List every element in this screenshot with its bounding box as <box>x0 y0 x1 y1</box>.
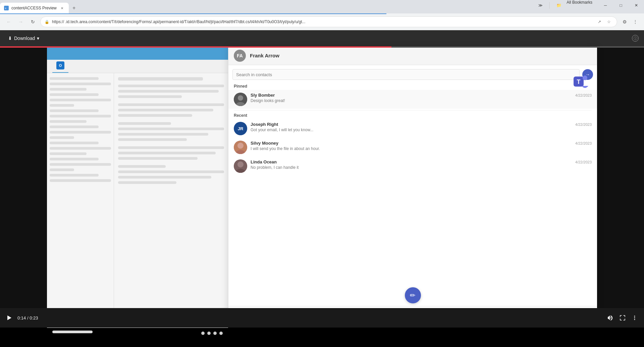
back-button[interactable]: ← <box>4 17 13 27</box>
contact-name: Sly Bomber <box>251 93 275 98</box>
url-bar[interactable]: 🔒 https:// .id.tech.area.com/content/T/t… <box>40 16 617 27</box>
contact-item-silvy-mooney[interactable]: Silvy Mooney 4/22/2023 I will send you t… <box>228 138 597 157</box>
outlook-email-list <box>47 73 114 328</box>
contact-info-silvy-mooney: Silvy Mooney 4/22/2023 I will send you t… <box>251 141 592 151</box>
contact-info-linda-ocean: Linda Ocean 4/22/2023 No problem, I can … <box>251 159 592 170</box>
svg-point-19 <box>583 76 587 80</box>
close-button[interactable]: ✕ <box>629 0 644 11</box>
teams-chat-panel: FA Frank Arrow → Pinned <box>228 46 597 328</box>
contact-date: 4/22/2023 <box>575 122 592 127</box>
url-text: https:// .id.tech.area.com/content/T/t/d… <box>52 19 593 24</box>
svg-text:c: c <box>5 7 6 9</box>
forward-button[interactable]: → <box>16 17 25 27</box>
section-divider <box>234 110 592 110</box>
contact-avatar-joseph-right: JR <box>234 122 247 135</box>
outlook-footer <box>47 328 228 339</box>
contact-name-row: Joseph Right 4/22/2023 <box>251 122 592 127</box>
contact-name-row: Linda Ocean 4/22/2023 <box>251 159 592 164</box>
skeleton-line <box>50 126 99 128</box>
tab-title: contentACCESS Preview <box>11 6 57 10</box>
minimize-button[interactable]: ─ <box>598 0 613 11</box>
contact-last-message: No problem, I can handle it <box>251 165 592 170</box>
skeleton-line <box>50 136 74 139</box>
skeleton-line <box>50 163 111 166</box>
download-button[interactable]: ⬇ Download ▾ <box>5 34 42 42</box>
video-area: O <box>0 46 644 328</box>
contact-date: 4/22/2023 <box>575 141 592 145</box>
download-label: Download <box>14 36 35 41</box>
skeleton-line <box>50 168 74 171</box>
contact-name: Linda Ocean <box>251 159 277 164</box>
teams-panel-header: FA Frank Arrow <box>228 46 597 65</box>
skeleton-line <box>50 88 87 91</box>
video-content: O <box>0 46 644 328</box>
svg-text:T: T <box>577 79 581 85</box>
outlook-panel: O <box>47 46 228 328</box>
outlook-tab-mail[interactable]: O <box>52 59 68 73</box>
skeleton-line <box>50 115 111 117</box>
footer-dot <box>219 332 223 335</box>
skeleton-line <box>50 179 111 182</box>
skeleton-line <box>50 120 87 123</box>
tab-bar: c contentACCESS Preview ✕ + ≫ 📁 All Book… <box>0 0 644 13</box>
fullscreen-button[interactable] <box>619 314 627 322</box>
tab-loading-bar <box>0 13 386 14</box>
contact-date: 4/22/2023 <box>575 93 592 97</box>
contact-info-sly-bomber: Sly Bomber 4/22/2023 Design looks great! <box>251 93 592 103</box>
browser-nav-right: ⚙ ⋮ <box>620 17 640 27</box>
tab-strip-overflow-button[interactable]: ≫ <box>533 0 548 11</box>
contact-name-row: Silvy Mooney 4/22/2023 <box>251 141 592 146</box>
share-button[interactable]: ↗ <box>595 18 603 26</box>
extensions-button[interactable]: ⚙ <box>620 17 629 27</box>
compose-button[interactable]: ✏ <box>405 287 421 303</box>
reload-button[interactable]: ↻ <box>28 17 38 27</box>
contact-search-input[interactable] <box>232 69 580 80</box>
current-user-avatar: FA <box>234 50 246 62</box>
contact-item-joseph-right[interactable]: JR Joseph Right 4/22/2023 Got your email… <box>228 119 597 138</box>
browser-chrome: c contentACCESS Preview ✕ + ≫ 📁 All Book… <box>0 0 644 30</box>
contact-avatar-linda-ocean <box>234 159 247 173</box>
download-icon: ⬇ <box>8 36 12 41</box>
volume-button[interactable] <box>606 314 614 322</box>
outlook-header <box>47 46 228 60</box>
contact-avatar-sly-bomber <box>234 93 247 106</box>
new-tab-button[interactable]: + <box>69 3 79 13</box>
skeleton-line <box>50 93 99 96</box>
svg-point-22 <box>634 317 635 318</box>
video-more-button[interactable] <box>631 314 639 322</box>
skeleton-line <box>50 158 99 160</box>
info-button[interactable]: ⓘ <box>632 35 639 42</box>
download-dropdown-icon: ▾ <box>37 36 39 41</box>
play-button[interactable] <box>5 314 13 322</box>
contact-last-message: Design looks great! <box>251 98 592 103</box>
url-actions: ↗ ☆ <box>595 18 613 26</box>
contact-item-sly-bomber[interactable]: Sly Bomber 4/22/2023 Design looks great! <box>228 90 597 109</box>
footer-dot <box>213 332 217 335</box>
footer-dot <box>201 332 205 335</box>
contact-last-message: Got your email, I will let you know... <box>251 128 592 132</box>
skeleton-line <box>50 147 111 150</box>
contact-last-message: I will send you the file in about an hou… <box>251 146 592 151</box>
bookmark-button[interactable]: ☆ <box>605 18 613 26</box>
profile-button[interactable]: ⋮ <box>631 17 640 27</box>
svg-marker-20 <box>7 315 11 320</box>
svg-point-23 <box>634 319 635 320</box>
contact-name-row: Sly Bomber 4/22/2023 <box>251 93 592 98</box>
skeleton-line <box>50 77 99 80</box>
contact-name: Silvy Mooney <box>251 141 278 146</box>
tab-close-button[interactable]: ✕ <box>59 5 65 11</box>
contact-avatar-silvy-mooney <box>234 141 247 154</box>
contact-item-linda-ocean[interactable]: Linda Ocean 4/22/2023 No problem, I can … <box>228 157 597 176</box>
recent-section-label: Recent <box>228 112 597 119</box>
pinned-section-label: Pinned <box>228 83 597 90</box>
contact-search-bar: → <box>232 69 593 80</box>
browser-tab-active[interactable]: c contentACCESS Preview ✕ <box>0 3 69 13</box>
outlook-body <box>47 73 228 328</box>
video-progress-bar[interactable] <box>0 46 644 48</box>
bookmark-star-button[interactable]: 📁 <box>551 0 567 11</box>
skeleton-line <box>50 99 111 101</box>
skeleton-line <box>50 104 74 107</box>
skeleton-line <box>50 142 99 144</box>
ssl-lock-icon: 🔒 <box>45 20 49 24</box>
maximize-button[interactable]: □ <box>613 0 629 11</box>
